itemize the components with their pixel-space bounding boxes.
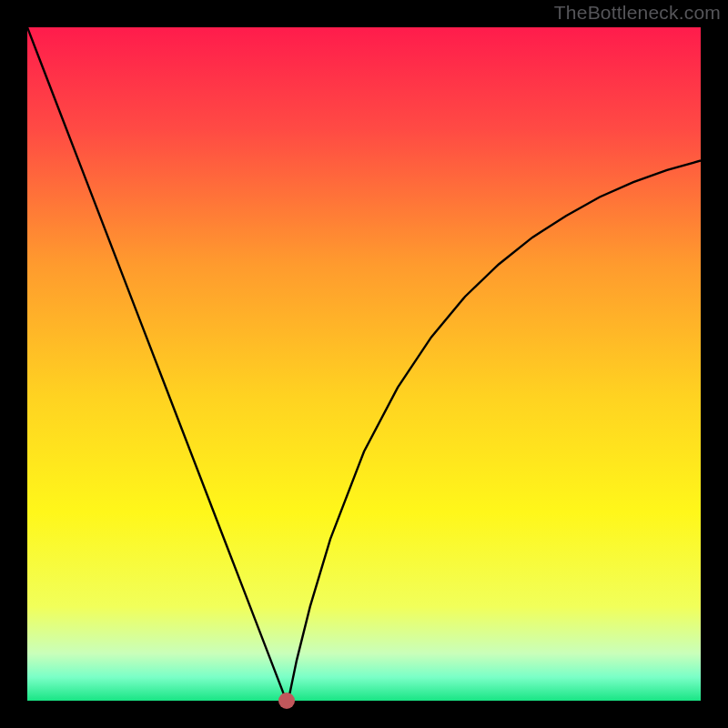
plot-area (27, 27, 701, 701)
watermark: TheBottleneck.com (554, 2, 721, 24)
chart-frame: TheBottleneck.com (0, 0, 728, 728)
